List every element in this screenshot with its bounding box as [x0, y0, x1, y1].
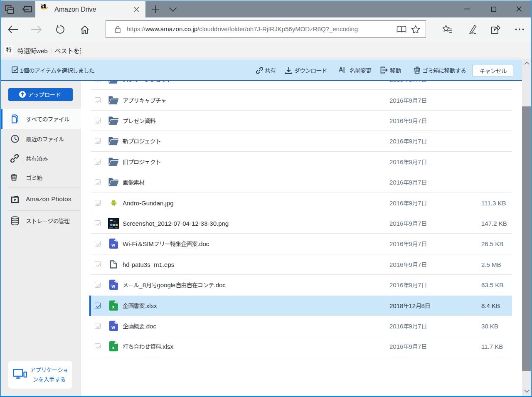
svg-text:w: w [111, 242, 115, 247]
svg-text:x: x [112, 304, 115, 309]
svg-text:w: w [111, 324, 115, 329]
svg-text:w: w [111, 284, 115, 289]
svg-text:x: x [112, 345, 115, 350]
